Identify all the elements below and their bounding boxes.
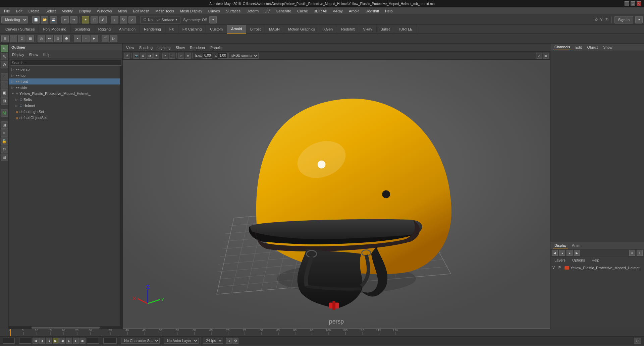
vp-menu-panels[interactable]: Panels: [208, 45, 224, 50]
select-mode-btn[interactable]: ↖: [1, 45, 8, 52]
tab-rigging[interactable]: Rigging: [94, 25, 115, 34]
vp-camera-btn[interactable]: 📷: [133, 53, 139, 59]
outliner-item-helmet-group[interactable]: ▼ ✳ Yellow_Plastic_Protective_Moped_Helm…: [9, 91, 120, 97]
tab-arnold[interactable]: Arnold: [227, 25, 246, 34]
symmetry-dropdown-btn[interactable]: ▾: [209, 16, 217, 23]
snap-point-btn[interactable]: ⊙: [18, 35, 25, 42]
no-anim-layer-select[interactable]: No Anim Layer: [164, 338, 199, 344]
redo-btn[interactable]: ↪: [70, 16, 77, 23]
snap-surface-btn[interactable]: ▦: [26, 35, 34, 42]
vp-menu-shading[interactable]: Shading: [137, 45, 155, 50]
viewport-canvas[interactable]: Y Z X persp: [123, 60, 550, 329]
cage-btn[interactable]: ▪: [74, 35, 81, 42]
paint-select-btn[interactable]: 🖌: [99, 16, 107, 23]
timeline-ruler[interactable]: 0 5 10 15 20 25 30 35 40 45 50: [0, 329, 644, 336]
lasso-btn[interactable]: ⬚: [91, 16, 98, 23]
vp-lighting-btn[interactable]: ☀: [153, 53, 159, 59]
grid-display-btn[interactable]: ⊞: [1, 121, 8, 129]
uv-mode-btn[interactable]: ⊠: [1, 97, 8, 105]
sync-btn[interactable]: ◷: [634, 338, 641, 344]
paint-btn[interactable]: ✎: [1, 53, 8, 60]
tab-fx[interactable]: FX: [165, 25, 178, 34]
anim-prefs-btn[interactable]: ⚙: [232, 338, 238, 344]
vertex-mode-btn[interactable]: ·: [1, 73, 8, 80]
display-tab[interactable]: Display: [553, 243, 568, 248]
prev-frame-btn[interactable]: ⏴: [39, 338, 45, 344]
settings-btn[interactable]: ⚙: [1, 146, 8, 153]
move-tool-btn[interactable]: ↕: [111, 16, 118, 23]
outliner-item-default-object-set[interactable]: ◈ defaultObjectSet: [9, 115, 120, 121]
fps-selector[interactable]: 24 fps: [203, 338, 223, 344]
outliner-display-menu[interactable]: Display: [10, 52, 26, 57]
vp-maximize-btn[interactable]: ⤢: [536, 53, 542, 59]
layer-row-helmet[interactable]: V P Yellow_Plastic_Protective_Moped_Helm…: [550, 264, 644, 272]
vp-menu-lighting[interactable]: Lighting: [156, 45, 173, 50]
skip-end-btn[interactable]: ⏭: [79, 338, 86, 344]
save-scene-btn[interactable]: 💾: [50, 16, 57, 23]
menu-modify[interactable]: Modify: [59, 8, 75, 14]
layers-options-btn[interactable]: ≡: [629, 250, 635, 256]
outliner-help-menu[interactable]: Help: [41, 52, 53, 57]
menu-edit-mesh[interactable]: Edit Mesh: [130, 8, 152, 14]
menu-mesh-tools[interactable]: Mesh Tools: [153, 8, 176, 14]
lock-btn[interactable]: 🔒: [1, 137, 8, 145]
total-frames-max[interactable]: 200: [103, 338, 117, 344]
menu-3dtoall[interactable]: 3DToAll: [311, 8, 329, 14]
outliner-item-belts[interactable]: ▷ ⬡ Belts: [9, 97, 120, 103]
vp-menu-view[interactable]: View: [124, 45, 136, 50]
menu-surfaces[interactable]: Surfaces: [223, 8, 243, 14]
minimize-button[interactable]: —: [625, 1, 629, 6]
vp-display-btn[interactable]: ⊞: [140, 53, 146, 59]
vp-shading-btn[interactable]: ◑: [147, 53, 153, 59]
snap-grid-btn[interactable]: ⊞: [1, 35, 9, 42]
skip-start-btn[interactable]: ⏮: [33, 338, 39, 344]
outliner-item-default-light-set[interactable]: ◈ defaultLightSet: [9, 109, 120, 115]
menu-generate[interactable]: Generate: [273, 8, 294, 14]
menu-arnold[interactable]: Arnold: [346, 8, 362, 14]
vp-wire-btn[interactable]: ⬚: [169, 53, 175, 59]
sign-in-button[interactable]: Sign In: [614, 16, 633, 23]
tab-sculpting[interactable]: Sculpting: [71, 25, 94, 34]
tab-turtle[interactable]: TURTLE: [394, 25, 417, 34]
ipr-btn[interactable]: ▷: [110, 35, 117, 42]
tab-animation[interactable]: Animation: [115, 25, 140, 34]
menu-uv[interactable]: UV: [262, 8, 272, 14]
tab-poly-modeling[interactable]: Poly Modeling: [39, 25, 70, 34]
tab-bifrost[interactable]: Bifrost: [246, 25, 265, 34]
outliner-item-helmet[interactable]: ▷ ⬡ Helmet: [9, 103, 120, 109]
outliner-item-front[interactable]: ▷ ■■ front: [9, 78, 120, 84]
layers-menu-help[interactable]: Help: [590, 257, 601, 263]
layers-add-btn[interactable]: +: [637, 250, 643, 256]
anim-tab[interactable]: Anim: [571, 243, 582, 248]
outliner-item-side[interactable]: ▷ ■■ side: [9, 84, 120, 91]
scale-tool-btn[interactable]: ⤢: [128, 16, 136, 23]
sym-toggle-btn[interactable]: ⊷: [46, 35, 53, 42]
layers-next2-btn[interactable]: ▶: [574, 250, 580, 256]
outliner-show-menu[interactable]: Show: [27, 52, 40, 57]
menu-curves[interactable]: Curves: [206, 8, 223, 14]
layers-prev2-btn[interactable]: ◂: [559, 250, 565, 256]
edit-tab[interactable]: Edit: [574, 45, 583, 50]
soft-select-btn[interactable]: ◎: [38, 35, 45, 42]
undo-btn[interactable]: ↩: [61, 16, 69, 23]
reflect-btn[interactable]: ⊜: [54, 35, 62, 42]
menu-file[interactable]: File: [1, 8, 13, 14]
menu-windows[interactable]: Windows: [94, 8, 115, 14]
menu-mesh-display[interactable]: Mesh Display: [177, 8, 205, 14]
outliner-item-top[interactable]: ▷ ■■ top: [9, 72, 120, 78]
m-icon-btn[interactable]: M: [1, 109, 8, 117]
menu-help[interactable]: Help: [382, 8, 395, 14]
tab-fx-caching[interactable]: FX Caching: [178, 25, 206, 34]
tab-motion-graphics[interactable]: Motion Graphics: [284, 25, 319, 34]
snap-curve-btn[interactable]: ⌒: [10, 35, 17, 42]
layers-prev-btn[interactable]: ◀: [552, 250, 558, 256]
menu-mesh[interactable]: Mesh: [115, 8, 129, 14]
vp-refresh-btn[interactable]: ↺: [124, 53, 130, 59]
tab-redshift[interactable]: Redshift: [337, 25, 359, 34]
range-end-input[interactable]: 120: [87, 338, 99, 344]
tab-bullet[interactable]: Bullet: [377, 25, 394, 34]
next-frame-btn[interactable]: ⏵: [73, 338, 79, 344]
tab-custom[interactable]: Custom: [206, 25, 227, 34]
tab-mash[interactable]: MASH: [265, 25, 284, 34]
sculpt-mode-btn[interactable]: ⊙: [1, 61, 8, 68]
